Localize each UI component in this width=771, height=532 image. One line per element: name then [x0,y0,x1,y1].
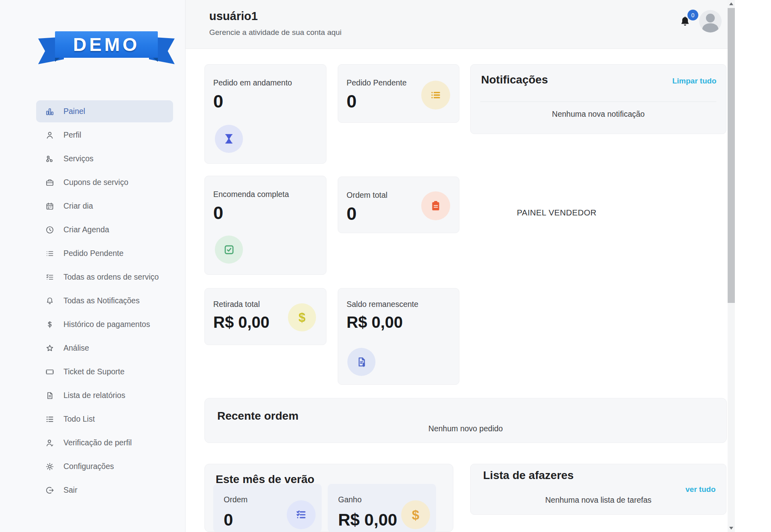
sidebar-item-label: Criar dia [63,201,93,211]
sidebar-item-label: Todo List [63,414,95,424]
card-value: 0 [213,203,223,223]
dollar-icon: $ [288,303,316,331]
sidebar-item-label: Todas as ordens de serviço [63,272,159,282]
card-value: 0 [347,203,357,224]
sidebar-nav: Painel Perfil Serviços Cupons de serviço [0,99,186,502]
sidebar-item-painel[interactable]: Painel [0,99,186,123]
bar-chart-icon [45,107,55,116]
month-earning-card: Ganho R$ 0,00 $ [328,484,436,532]
page-header: usuário1 Gerencie a atividade de sua con… [186,0,728,49]
vertical-scrollbar[interactable] [728,0,735,532]
sidebar-item-label: Lista de relatórios [63,391,125,400]
sidebar-item-sair[interactable]: Sair [0,478,186,502]
sidebar-item-todo-list[interactable]: Todo List [0,407,186,431]
scroll-up-button[interactable] [729,2,733,5]
bell-outline-icon [45,296,55,306]
month-earning-label: Ganho [338,495,362,504]
month-earning-value: R$ 0,00 [338,510,397,530]
page-title: usuário1 [209,10,258,23]
card-title: Retirada total [213,300,260,309]
sidebar: DEMO Painel Perfil Serviços [0,0,186,532]
scroll-down-button[interactable] [729,527,733,530]
card-title: Saldo remanescente [347,300,418,309]
notifications-title: Notificações [481,73,548,86]
clear-all-link[interactable]: Limpar tudo [672,77,716,85]
dollar-icon [45,320,55,329]
sidebar-item-lista-relatorios[interactable]: Lista de relatórios [0,384,186,407]
sidebar-item-label: Criar Agenda [63,225,109,234]
hourglass-icon [215,125,243,153]
checklist-icon [45,272,55,282]
calendar-icon [45,201,55,211]
sidebar-item-label: Sair [63,485,78,495]
sidebar-item-criar-dia[interactable]: Criar dia [0,194,186,218]
sidebar-item-label: Serviços [63,154,94,163]
sidebar-item-perfil[interactable]: Perfil [0,123,186,147]
sidebar-item-criar-agenda[interactable]: Criar Agenda [0,218,186,242]
todo-panel: Lista de afazeres ver tudo Nenhuma nova … [470,464,726,515]
sidebar-item-servicos[interactable]: Serviços [0,147,186,171]
clipboard-icon [421,191,450,220]
sidebar-item-label: Todas as Notificações [63,296,140,305]
sidebar-item-pedido-pendente[interactable]: Pedido Pendente [0,242,186,265]
card-encomenda-completa: Encomenda completa 0 [204,176,326,275]
card-value: 0 [213,91,223,112]
recent-order-panel: Recente ordem Nenhum novo pedido [204,398,727,443]
todo-empty-text: Nenhuma nova lista de tarefas [471,495,726,505]
right-gutter [735,0,771,532]
logout-icon [45,485,55,495]
logo-text: DEMO [73,34,140,55]
sidebar-item-label: Configurações [63,462,114,471]
card-title: Pedido Pendente [347,78,407,87]
card-value: 0 [347,91,357,112]
checklist-icon [287,500,316,529]
avatar[interactable] [699,10,722,32]
user-icon [45,130,55,140]
sidebar-item-verificacao-perfil[interactable]: Verificação de perfil [0,431,186,455]
user-check-icon [45,438,55,448]
sidebar-item-label: Ticket de Suporte [63,367,124,376]
invoice-icon [347,348,375,376]
gear-icon [45,462,55,471]
sidebar-item-label: Cupons de serviço [63,178,128,187]
sidebar-item-configuracoes[interactable]: Configurações [0,455,186,478]
demo-logo: DEMO [0,0,186,72]
view-all-link[interactable]: ver tudo [685,485,716,494]
painel-vendedor-label: PAINEL VENDEDOR [517,208,597,217]
card-pedido-em-andamento: Pedido em andamento 0 [204,64,326,164]
card-title: Ordem total [347,191,388,200]
page-subtitle: Gerencie a atividade de sua conta aqui [209,28,342,37]
sidebar-item-label: Histórico de pagamentos [63,320,150,329]
avatar-head [706,14,715,22]
seller-dashboard: DEMO Painel Perfil Serviços [0,0,771,532]
star-icon [45,343,55,353]
sidebar-item-label: Painel [63,107,85,116]
recent-order-title: Recente ordem [217,410,298,422]
services-icon [45,154,55,164]
dollar-icon: $ [401,500,430,529]
sidebar-item-label: Perfil [63,130,81,140]
card-saldo-remanescente: Saldo remanescente R$ 0,00 [338,288,459,385]
month-order-card: Ordem 0 [213,484,322,532]
avatar-body [702,23,718,32]
sidebar-item-cupons[interactable]: Cupons de serviço [0,171,186,194]
document-icon [45,391,55,400]
sidebar-item-historico-pagamentos[interactable]: Histórico de pagamentos [0,313,186,336]
sidebar-item-ordens-servico[interactable]: Todas as ordens de serviço [0,265,186,289]
sidebar-item-ticket-suporte[interactable]: Ticket de Suporte [0,360,186,384]
notification-count-badge[interactable]: 0 [687,10,698,20]
todo-list-icon [45,414,55,424]
sidebar-item-notificacoes[interactable]: Todas as Notificações [0,289,186,313]
card-title: Pedido em andamento [213,78,292,87]
check-square-icon [215,236,243,264]
scrollbar-thumb[interactable] [728,8,735,303]
this-month-panel: Este mês de verão Ordem 0 Ganho R$ 0,00 … [204,464,453,532]
clock-icon [45,225,55,235]
card-value: R$ 0,00 [213,313,269,331]
sidebar-item-analise[interactable]: Análise [0,336,186,360]
sidebar-item-label: Análise [63,343,89,353]
recent-order-empty-text: Nenhum novo pedido [205,424,726,433]
notifications-empty-text: Nenhuma nova notificação [471,110,726,119]
month-order-value: 0 [224,510,233,530]
card-retirada-total: Retirada total R$ 0,00 $ [204,288,326,345]
